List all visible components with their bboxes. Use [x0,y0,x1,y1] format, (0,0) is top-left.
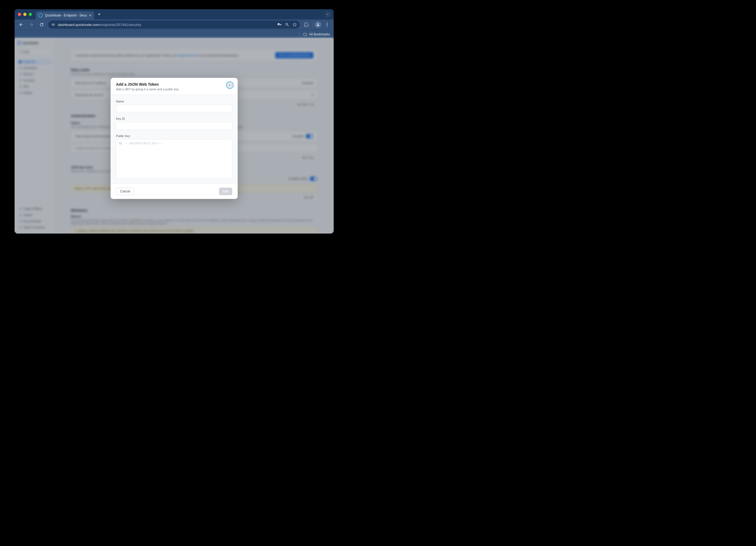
window-controls [18,13,32,16]
address-bar-row: dashboard.quicknode.com/endpoints/357441… [15,19,334,30]
publickey-placeholder: -----BEGIN PUBLIC KEY----- [125,142,162,176]
add-jwt-modal: Add a JSON Web Token Add a JWT by giving… [111,78,238,199]
bookmarks-bar: All Bookmarks [15,30,334,38]
password-key-icon[interactable] [277,22,282,27]
menu-icon[interactable] [323,21,331,28]
browser-tab[interactable]: QuickNode - Endpoint - Secu × [36,11,94,19]
bookmarks-divider [299,32,299,37]
close-modal-button[interactable] [226,82,233,89]
name-label: Name [116,100,232,103]
tab-bar: QuickNode - Endpoint - Secu × + [15,9,334,19]
reload-button[interactable] [38,21,45,28]
site-settings-icon[interactable] [51,22,56,27]
close-window-button[interactable] [18,13,21,16]
close-icon [229,84,231,86]
svg-point-1 [327,24,328,25]
svg-point-0 [327,23,328,24]
toolbar-divider [312,22,313,27]
browser-window: QuickNode - Endpoint - Secu × + dashboar… [15,9,334,234]
maximize-window-button[interactable] [29,13,32,16]
folder-icon [303,32,307,37]
url-bar[interactable]: dashboard.quicknode.com/endpoints/357441… [48,21,300,29]
cancel-button[interactable]: Cancel [116,188,134,195]
publickey-label: Public Key [116,134,232,138]
keyid-input[interactable] [116,122,232,130]
modal-overlay[interactable]: Add a JSON Web Token Add a JWT by giving… [15,38,334,234]
line-number: 01 [119,142,122,176]
modal-header: Add a JSON Web Token Add a JWT by giving… [111,78,238,95]
tab-title: QuickNode - Endpoint - Secu [45,14,87,17]
zoom-icon[interactable] [285,22,290,27]
url-text: dashboard.quicknode.com/endpoints/357441… [58,23,275,27]
keyid-label: Key ID [116,117,232,120]
close-tab-icon[interactable]: × [89,13,91,18]
modal-footer: Cancel Add [111,184,238,199]
forward-button[interactable] [28,21,35,28]
minimize-window-button[interactable] [23,13,26,16]
extensions-icon[interactable] [303,21,310,28]
publickey-textarea[interactable]: 01 -----BEGIN PUBLIC KEY----- [116,139,232,179]
modal-body: Name Key ID Public Key 01 -----BEGIN PUB… [111,95,238,184]
profile-button[interactable] [315,21,321,28]
add-button[interactable]: Add [219,188,232,195]
all-bookmarks-button[interactable]: All Bookmarks [303,32,330,37]
bookmark-star-icon[interactable] [292,22,297,27]
tab-search-button[interactable] [324,11,331,18]
bookmarks-label: All Bookmarks [309,32,330,36]
svg-point-2 [327,26,328,27]
new-tab-button[interactable]: + [98,12,101,17]
quicknode-favicon-icon [38,13,43,18]
modal-subtitle: Add a JWT by giving it a name and a publ… [116,88,232,91]
back-button[interactable] [17,21,25,28]
modal-title: Add a JSON Web Token [116,82,232,87]
name-input[interactable] [116,105,232,113]
